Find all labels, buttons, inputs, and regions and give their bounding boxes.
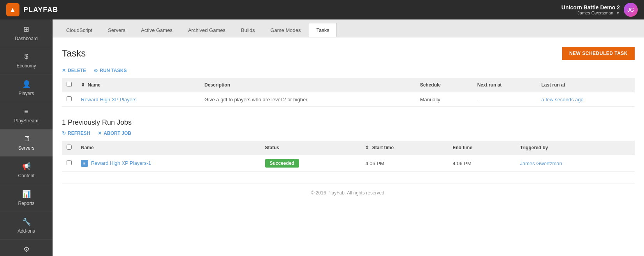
sort-icon: ⇕ (365, 145, 369, 150)
settings-icon: ⚙ (23, 245, 30, 254)
tasks-action-bar: ✕ DELETE ⊙ RUN TASKS (62, 68, 635, 73)
tasks-row-last-run: a few seconds ago (537, 92, 635, 107)
tasks-row-schedule: Manually (415, 92, 473, 107)
sidebar: ⊞ Dashboard $ Economy 👤 Players ≡ PlaySt… (0, 19, 53, 256)
sidebar-item-label: Players (18, 91, 34, 96)
jobs-header-checkbox (62, 141, 76, 155)
sidebar-item-label: Dashboard (15, 36, 38, 41)
jobs-row-start-time: 4:06 PM (361, 155, 448, 172)
jobs-row-status: Succeeded (260, 155, 361, 172)
delete-button[interactable]: ✕ DELETE (62, 68, 86, 73)
last-run-link[interactable]: a few seconds ago (541, 97, 583, 102)
sort-icon: ⇕ (81, 82, 85, 88)
sidebar-item-addons[interactable]: 🔧 Add-ons (0, 212, 53, 240)
job-name-link[interactable]: Reward High XP Players-1 (91, 160, 151, 166)
task-name-link[interactable]: Reward High XP Players (81, 97, 137, 102)
jobs-select-all-checkbox[interactable] (67, 145, 72, 150)
run-icon: ⊙ (94, 68, 98, 73)
tasks-row-description: Give a gift to players who are level 2 o… (200, 92, 415, 107)
playstream-icon: ≡ (24, 108, 28, 116)
refresh-icon: ↻ (62, 131, 66, 136)
tasks-header-schedule: Schedule (415, 78, 473, 92)
sidebar-item-label: Add-ons (18, 228, 35, 234)
page-content: Tasks NEW SCHEDULED TASK ✕ DELETE ⊙ RUN … (53, 37, 644, 256)
top-navigation: ▲ PLAYFAB Unicorn Battle Demo 2 James Gw… (0, 0, 644, 19)
task-checkbox[interactable] (67, 96, 72, 101)
sidebar-item-label: Reports (18, 201, 34, 206)
logo-icon: ▲ (6, 3, 19, 16)
sidebar-item-label: Economy (16, 63, 36, 69)
project-name: Unicorn Battle Demo 2 (561, 4, 620, 11)
sidebar-item-label: Servers (18, 145, 34, 151)
job-checkbox[interactable] (67, 160, 72, 165)
sidebar-item-dashboard[interactable]: ⊞ Dashboard (0, 19, 53, 47)
sidebar-item-reports[interactable]: 📊 Reports (0, 184, 53, 212)
sidebar-item-playstream[interactable]: ≡ PlayStream (0, 102, 53, 129)
dashboard-icon: ⊞ (23, 25, 29, 34)
sidebar-item-content[interactable]: 📢 Content (0, 157, 53, 184)
user-menu[interactable]: Unicorn Battle Demo 2 James Gwertzman ▼ … (561, 3, 638, 17)
content-area: CloudScript Servers Active Games Archive… (53, 19, 644, 256)
jobs-row-triggered-by: James Gwertzman (515, 155, 635, 172)
abort-job-button[interactable]: ✕ ABORT JOB (98, 131, 131, 136)
dropdown-arrow-icon: ▼ (616, 11, 620, 15)
reports-icon: 📊 (22, 190, 31, 198)
sidebar-item-label: Content (18, 173, 34, 178)
job-type-icon: ≡ (81, 160, 88, 167)
jobs-header-name: Name (76, 141, 260, 155)
tasks-header-description: Description (200, 78, 415, 92)
content-icon: 📢 (22, 162, 31, 171)
footer-text: © 2016 PlayFab. All rights reserved. (311, 190, 386, 196)
abort-icon: ✕ (98, 131, 102, 136)
tab-active-games[interactable]: Active Games (134, 23, 180, 37)
jobs-header-triggered-by: Triggered by (515, 141, 635, 155)
tasks-table: ⇕ Name Description Schedule Next run at … (62, 78, 635, 107)
page-title: Tasks (62, 48, 86, 59)
new-scheduled-task-button[interactable]: NEW SCHEDULED TASK (562, 47, 635, 60)
addons-icon: 🔧 (22, 217, 31, 226)
sidebar-item-players[interactable]: 👤 Players (0, 74, 53, 102)
tasks-header-last-run: Last run at (537, 78, 635, 92)
tab-game-modes[interactable]: Game Modes (263, 23, 308, 37)
delete-icon: ✕ (62, 68, 66, 73)
jobs-row-end-time: 4:06 PM (448, 155, 515, 172)
tasks-select-all-checkbox[interactable] (67, 82, 72, 87)
tab-bar: CloudScript Servers Active Games Archive… (53, 19, 644, 37)
triggered-by-link[interactable]: James Gwertzman (520, 161, 562, 166)
jobs-row-checkbox (62, 155, 76, 172)
footer: © 2016 PlayFab. All rights reserved. (62, 184, 635, 202)
logo[interactable]: ▲ PLAYFAB (6, 3, 58, 16)
jobs-header-end-time: End time (448, 141, 515, 155)
jobs-header-start-time: ⇕ Start time (361, 141, 448, 155)
economy-icon: $ (24, 53, 28, 61)
tab-cloudscript[interactable]: CloudScript (59, 23, 100, 37)
jobs-row-name: ≡ Reward High XP Players-1 (76, 155, 260, 172)
page-header: Tasks NEW SCHEDULED TASK (62, 47, 635, 60)
status-badge: Succeeded (265, 159, 299, 168)
tab-archived-games[interactable]: Archived Games (181, 23, 233, 37)
jobs-header-status: Status (260, 141, 361, 155)
username: James Gwertzman ▼ (561, 11, 620, 15)
table-row: Reward High XP Players Give a gift to pl… (62, 92, 635, 107)
tab-servers[interactable]: Servers (100, 23, 133, 37)
sidebar-item-settings[interactable]: ⚙ Settings (0, 240, 53, 256)
sidebar-item-economy[interactable]: $ Economy (0, 47, 53, 74)
jobs-section-header: 1 Previously Run Jobs (62, 118, 635, 127)
servers-icon: 🖥 (23, 135, 30, 143)
run-tasks-button[interactable]: ⊙ RUN TASKS (94, 68, 127, 73)
user-info: Unicorn Battle Demo 2 James Gwertzman ▼ (561, 4, 620, 15)
tasks-row-name: Reward High XP Players (76, 92, 200, 107)
sidebar-item-servers[interactable]: 🖥 Servers (0, 129, 53, 157)
tasks-header-name: ⇕ Name (76, 78, 200, 92)
tasks-table-body: Reward High XP Players Give a gift to pl… (62, 92, 635, 107)
tab-builds[interactable]: Builds (234, 23, 262, 37)
table-row: ≡ Reward High XP Players-1 Succeeded 4:0… (62, 155, 635, 172)
app-name: PLAYFAB (23, 6, 58, 14)
jobs-table: Name Status ⇕ Start time End time Trigge… (62, 141, 635, 172)
refresh-button[interactable]: ↻ REFRESH (62, 131, 90, 136)
avatar: JG (624, 3, 638, 17)
tab-tasks[interactable]: Tasks (309, 23, 336, 37)
tasks-header-next-run: Next run at (473, 78, 537, 92)
sidebar-item-label: PlayStream (14, 118, 38, 124)
main-layout: ⊞ Dashboard $ Economy 👤 Players ≡ PlaySt… (0, 19, 644, 256)
